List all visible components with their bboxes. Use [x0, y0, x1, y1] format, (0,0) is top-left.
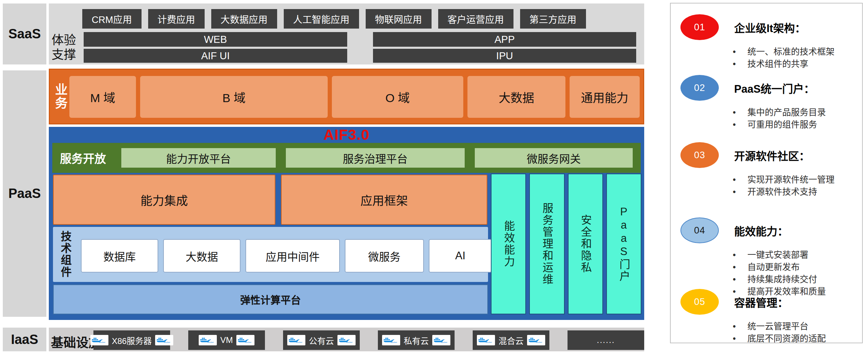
legend-bullet-list: •统一、标准的技术框架•技术组件的共享 [733, 46, 856, 70]
paas-container: AIF3.0 服务开放 能力开放平台服务治理平台微服务网关 能力集成 应用框架 … [49, 127, 644, 320]
legend-item-title: 能效能力： [734, 223, 788, 238]
legend-item: 03开源软件社区：•实现开源软件统一管理•开源软件技术支持 [680, 142, 856, 198]
legend-number-badge: 05 [680, 289, 719, 315]
legend-number-badge: 03 [680, 142, 719, 168]
legend-bullet: •实现开源软件统一管理 [733, 174, 856, 186]
experience-support-line2: 支撑 [52, 47, 76, 62]
iaas-resource-box: dockerVMdocker [188, 330, 265, 350]
docker-badge: docker [477, 335, 495, 345]
docker-badge: docker [382, 335, 400, 345]
docker-badge: docker [287, 335, 305, 345]
bullet-dot: • [733, 249, 747, 261]
bullet-dot: • [733, 58, 747, 70]
legend-bullet: •持续集成持续交付 [733, 273, 856, 285]
saas-app-button: 大数据应用 [211, 9, 277, 29]
paas-pillar: 能效能力 [491, 174, 526, 314]
legend-bullet-text: 持续集成持续交付 [747, 273, 817, 285]
docker-icon: docker [200, 337, 215, 344]
tech-components-panel: 技术组件 数据库大数据应用中间件微服务AI [53, 227, 488, 282]
docker-badge: docker [236, 335, 254, 345]
legend-panel: 01企业级It架构：•统一、标准的技术框架•技术组件的共享02PaaS统一门户：… [670, 3, 863, 343]
business-domain-row: M 域B 域O 域大数据通用能力 [69, 76, 640, 118]
service-open-label: 服务开放 [55, 143, 111, 173]
legend-item: 02PaaS统一门户：•集中的产品服务目录•可重用的组件服务 [680, 75, 856, 131]
web-bar: WEB [84, 32, 347, 47]
docker-icon: docker [157, 337, 172, 344]
experience-support-label: 体验 支撑 [52, 33, 76, 62]
legend-bullet-list: •实现开源软件统一管理•开源软件技术支持 [733, 174, 856, 198]
legend-bullet-text: 技术组件的共享 [747, 58, 808, 70]
docker-badge: docker [155, 335, 173, 345]
legend-bullet-text: 底层不同资源的适配 [747, 332, 826, 345]
legend-item-title: 企业级It架构： [734, 20, 806, 35]
business-domain-box: M 域 [69, 76, 136, 118]
bullet-dot: • [733, 273, 747, 285]
service-open-box: 服务治理平台 [286, 148, 465, 168]
legend-number-badge: 04 [680, 217, 719, 243]
docker-badge: docker [337, 335, 356, 345]
iaas-box-row: dockerX86服务器dockerdockerVMdockerdocker公有… [93, 330, 644, 350]
tech-component-box: 大数据 [163, 239, 241, 273]
bullet-dot: • [733, 332, 747, 345]
docker-icon: docker [92, 337, 107, 344]
iaas-resource-label: VM [220, 335, 233, 345]
legend-number-badge: 02 [680, 75, 719, 101]
bullet-dot: • [733, 46, 747, 58]
layer-label-saas: SaaS [3, 3, 46, 64]
business-layer: 业务 M 域B 域O 域大数据通用能力 [49, 69, 644, 124]
svg-text:docker: docker [99, 341, 105, 343]
docker-badge: docker [90, 335, 108, 345]
business-domain-box: O 域 [332, 76, 463, 118]
svg-text:docker: docker [346, 341, 352, 343]
architecture-diagram: SaaS PaaS IaaS CRM应用计费应用大数据应用人工智能应用物联网应用… [0, 0, 868, 352]
paas-pillar-label: 能效能力 [501, 220, 516, 268]
legend-item-header: 03开源软件社区： [680, 142, 856, 168]
legend-bullet-text: 自动更新发布 [747, 261, 800, 273]
legend-item-title: 容器管理： [734, 294, 788, 310]
legend-bullet: •统一、标准的技术框架 [733, 46, 856, 58]
business-domain-box: 大数据 [467, 76, 565, 118]
legend-item-header: 01企业级It架构： [680, 14, 856, 40]
layer-label-paas: PaaS [3, 70, 46, 317]
saas-app-button: 第三方应用 [520, 9, 586, 29]
tech-component-box: 微服务 [345, 239, 424, 273]
iaas-resource-box: docker私有云docker [378, 330, 455, 350]
business-domain-box: 通用能力 [570, 76, 640, 118]
docker-badge: docker [527, 335, 545, 345]
iaas-resource-box: ...... [568, 330, 644, 350]
bullet-dot: • [733, 261, 747, 273]
application-framework-box: 应用框架 [281, 175, 487, 225]
legend-bullet-text: 集中的产品服务目录 [747, 106, 826, 118]
legend-bullet: •一键式安装部署 [733, 249, 856, 261]
paas-pillars: 能效能力服务管理和运维安全和隐私PaaS门户 [491, 174, 641, 314]
saas-app-button: CRM应用 [82, 9, 142, 29]
tech-component-box: AI [429, 239, 492, 273]
bullet-dot: • [733, 118, 747, 131]
bullet-dot: • [733, 186, 747, 198]
svg-text:docker: docker [245, 341, 251, 343]
legend-item-header: 02PaaS统一门户： [680, 75, 856, 101]
docker-icon: docker [339, 337, 354, 344]
svg-text:docker: docker [207, 341, 214, 343]
tech-component-row: 数据库大数据应用中间件微服务AI [81, 239, 492, 273]
legend-bullet-text: 统一、标准的技术框架 [747, 46, 835, 58]
iaas-resource-box: dockerX86服务器docker [93, 330, 170, 350]
docker-icon: docker [238, 337, 253, 344]
layer-label-iaas: IaaS [3, 328, 46, 351]
tech-components-label: 技术组件 [56, 227, 74, 282]
tech-component-box: 数据库 [81, 239, 158, 273]
iaas-resource-box: docker公有云docker [283, 330, 360, 350]
ipu-bar: IPU [373, 49, 636, 63]
legend-item: 01企业级It架构：•统一、标准的技术框架•技术组件的共享 [680, 14, 856, 70]
elastic-computing-bar: 弹性计算平台 [53, 284, 488, 314]
legend-bullet: •自动更新发布 [733, 261, 856, 273]
legend-bullet: •底层不同资源的适配 [733, 332, 856, 345]
legend-item-title: 开源软件社区： [734, 147, 810, 163]
legend-bullet-text: 实现开源软件统一管理 [747, 174, 835, 186]
legend-item-header: 05容器管理： [680, 289, 856, 315]
legend-bullet-text: 开源软件技术支持 [747, 186, 817, 198]
docker-icon: docker [434, 337, 449, 344]
legend-bullet: •技术组件的共享 [733, 58, 856, 70]
tech-component-box: 应用中间件 [245, 239, 340, 273]
service-open-box: 能力开放平台 [121, 148, 276, 168]
